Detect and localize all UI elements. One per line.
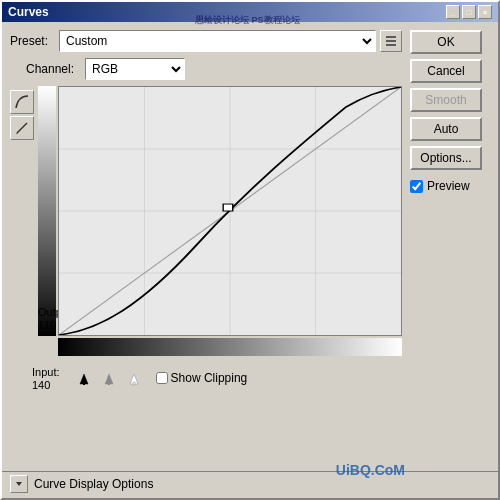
input-label: Input: 140 <box>32 366 60 392</box>
curve-display-options-label: Curve Display Options <box>34 477 153 491</box>
curve-tools <box>10 86 34 356</box>
eyedropper-white-icon <box>126 369 144 387</box>
pencil-tool-button[interactable] <box>10 116 34 140</box>
curve-tool-icon <box>14 94 30 110</box>
preview-checkbox[interactable] <box>410 180 423 193</box>
preset-row: Preset: Custom <box>10 30 402 52</box>
menu-icon <box>384 34 398 48</box>
preset-menu-button[interactable] <box>380 30 402 52</box>
curve-tool-button[interactable] <box>10 90 34 114</box>
input-area: Input: 140 <box>32 366 60 392</box>
bottom-bar: Curve Display Options UiBQ.CoM <box>2 471 498 498</box>
left-panel: Preset: Custom Channel: RGB Red <box>10 30 402 463</box>
title-bar: Curves 思绘设计论坛 PS教程论坛 _ □ × <box>2 2 498 22</box>
preview-label: Preview <box>427 179 470 193</box>
curve-area: Output: 110 <box>10 86 402 356</box>
black-point-eyedropper[interactable] <box>74 367 96 389</box>
smooth-button[interactable]: Smooth <box>410 88 482 112</box>
dialog-title: Curves <box>8 5 49 19</box>
output-gradient-bar <box>38 86 56 336</box>
svg-rect-13 <box>223 204 233 211</box>
options-button[interactable]: Options... <box>410 146 482 170</box>
svg-rect-16 <box>133 382 135 385</box>
expand-button[interactable] <box>10 475 28 493</box>
auto-button[interactable]: Auto <box>410 117 482 141</box>
svg-marker-17 <box>16 482 22 486</box>
ok-button[interactable]: OK <box>410 30 482 54</box>
maximize-button[interactable]: □ <box>462 5 476 19</box>
channel-select[interactable]: RGB Red Green Blue <box>85 58 185 80</box>
expand-icon <box>13 478 25 490</box>
white-point-eyedropper[interactable] <box>124 367 146 389</box>
show-clipping-checkbox[interactable] <box>156 372 168 384</box>
svg-rect-15 <box>108 382 110 385</box>
input-gradient-bar <box>58 338 402 356</box>
minimize-button[interactable]: _ <box>446 5 460 19</box>
close-button[interactable]: × <box>478 5 492 19</box>
preview-row: Preview <box>410 179 490 193</box>
cancel-button[interactable]: Cancel <box>410 59 482 83</box>
curve-container: Output: 110 <box>38 86 402 356</box>
preset-select[interactable]: Custom <box>59 30 376 52</box>
right-panel: OK Cancel Smooth Auto Options... Preview <box>410 30 490 463</box>
svg-line-3 <box>17 123 27 133</box>
eyedropper-gray-icon <box>101 369 119 387</box>
curve-canvas[interactable] <box>58 86 402 336</box>
show-clipping-area: Show Clipping <box>156 371 248 385</box>
eyedropper-black-icon <box>76 369 94 387</box>
show-clipping-label: Show Clipping <box>171 371 248 385</box>
curve-svg <box>59 87 401 335</box>
channel-row: Channel: RGB Red Green Blue <box>26 58 402 80</box>
eyedropper-tools <box>74 367 146 389</box>
dialog-content: Preset: Custom Channel: RGB Red <box>2 22 498 471</box>
channel-label: Channel: <box>26 62 81 76</box>
svg-rect-14 <box>83 382 85 385</box>
pencil-icon <box>14 120 30 136</box>
preset-label: Preset: <box>10 34 55 48</box>
gray-point-eyedropper[interactable] <box>99 367 121 389</box>
title-bar-buttons: _ □ × <box>446 5 492 19</box>
curves-dialog: Curves 思绘设计论坛 PS教程论坛 _ □ × Preset: Custo… <box>0 0 500 500</box>
